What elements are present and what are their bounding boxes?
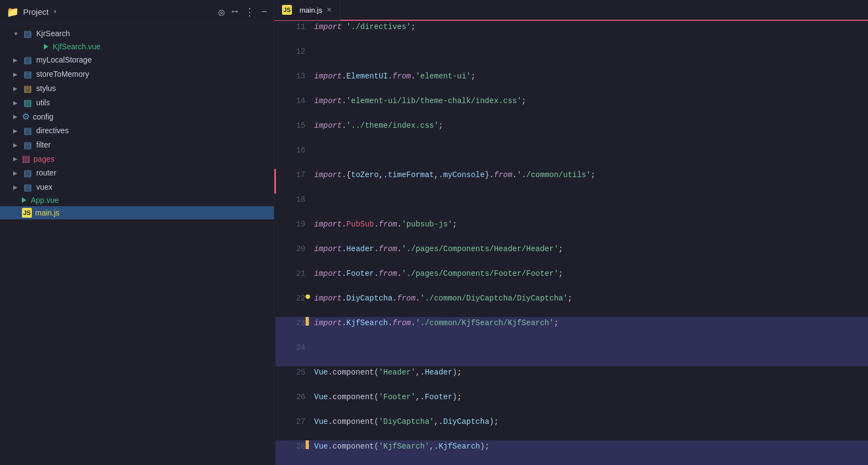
table-row: 20 import.Header.from.'./pages/Component…	[275, 243, 869, 268]
table-row: 25 Vue.component('Header',.Header);	[275, 366, 869, 391]
table-row: 28 Vue.component('KjfSearch',.KjfSearch)…	[275, 440, 869, 465]
sidebar-item-utils[interactable]: ▤ utils	[0, 95, 274, 110]
tab-label: main.js	[300, 6, 322, 14]
keyword: import	[314, 220, 342, 229]
punctuation: .component(	[328, 442, 379, 451]
js-icon: JS	[22, 208, 32, 218]
sidebar-item-storetomemory[interactable]: ▤ storeToMemory	[0, 67, 274, 81]
code-cell	[314, 46, 869, 70]
chevron-down-icon[interactable]: ▾	[53, 8, 57, 16]
gutter	[306, 366, 314, 391]
bookmark-marker-icon	[306, 317, 309, 326]
sidebar-item-kjrsearch[interactable]: ▤ KjrSearch	[0, 26, 274, 41]
sidebar-header: 📁 Project ▾ ◎ ⤢ ⋮ −	[0, 0, 274, 24]
folder-icon: ▤	[22, 125, 33, 136]
string: 'element-ui'	[415, 72, 471, 81]
class-name: Vue	[314, 368, 328, 377]
keyword: from	[397, 294, 416, 303]
string: 'KjfSearch'	[379, 442, 429, 451]
table-row: 23 import.KjfSearch.from.'./common/KjfSe…	[275, 317, 869, 342]
minimize-icon[interactable]: −	[261, 7, 267, 18]
code-cell: import.DiyCaptcha.from.'./common/DiyCapt…	[314, 292, 869, 317]
code-cell: import.ElementUI.from.'element-ui';	[314, 70, 869, 95]
more-icon[interactable]: ⋮	[245, 6, 255, 18]
code-cell: import.KjfSearch.from.'./common/KjfSearc…	[314, 317, 869, 342]
punctuation: ;	[554, 319, 558, 327]
class-name: Footer	[425, 393, 452, 401]
punctuation: }.	[484, 171, 494, 179]
folder-icon: ▤	[22, 139, 33, 150]
sidebar-item-stylus[interactable]: ▤ stylus	[0, 81, 274, 95]
gutter	[306, 95, 314, 120]
punctuation: );	[453, 368, 462, 377]
punctuation: .	[397, 245, 402, 253]
chevron-mylocalstorage	[13, 57, 22, 63]
tab-main-js[interactable]: JS main.js ✕	[274, 0, 340, 20]
sidebar-item-config[interactable]: ⚙ config	[0, 110, 274, 123]
editor-tabs: JS main.js ✕	[274, 0, 868, 21]
punctuation: );	[489, 417, 499, 426]
string: './common/utils'	[517, 171, 590, 179]
gutter	[306, 70, 314, 95]
resize-icon[interactable]: ⤢	[228, 5, 241, 18]
table-row: 14 import.'element-ui/lib/theme-chalk/in…	[275, 95, 869, 120]
sidebar-item-router[interactable]: ▤ router	[0, 166, 274, 180]
line-number: 28	[275, 440, 306, 465]
gutter	[306, 268, 314, 292]
string: './pages/Components/Footer/Footer'	[402, 269, 559, 278]
class-name: Footer	[346, 269, 374, 278]
sidebar-item-label: vuex	[36, 183, 53, 191]
line-number: 26	[275, 391, 306, 416]
string: './common/KjfSearch/KjfSearch'	[415, 319, 554, 327]
class-name: Vue	[314, 417, 328, 426]
keyword: import	[314, 245, 342, 253]
punctuation: .	[512, 171, 517, 179]
gutter	[306, 416, 314, 440]
sidebar-title-group: 📁 Project ▾	[7, 6, 57, 18]
tab-close-button[interactable]: ✕	[326, 6, 332, 14]
table-row: 18	[275, 194, 869, 218]
keyword: import	[314, 72, 342, 81]
code-cell: import.Header.from.'./pages/Components/H…	[314, 243, 869, 268]
keyword: from	[494, 171, 512, 179]
punctuation: ;	[453, 220, 457, 229]
gutter	[306, 342, 314, 366]
code-cell: import.{toZero,.timeFormat,.myConsole}.f…	[314, 169, 869, 194]
class-name: KjfSearch	[346, 319, 388, 327]
keyword: import	[314, 319, 342, 327]
sidebar-item-mylocalstorage[interactable]: ▤ myLocalStorage	[0, 53, 274, 67]
table-row: 26 Vue.component('Footer',.Footer);	[275, 391, 869, 416]
sidebar-item-pages[interactable]: ▤ pages	[0, 152, 274, 166]
code-cell: import './directives';	[314, 21, 869, 46]
gutter	[306, 218, 314, 243]
gutter	[306, 21, 314, 46]
class-name: Header	[425, 368, 452, 377]
keyword: from	[379, 220, 397, 229]
sidebar-item-main-js[interactable]: JS main.js	[0, 206, 274, 219]
chevron-router	[13, 170, 22, 176]
string: 'element-ui/lib/theme-chalk/index.css'	[346, 97, 521, 105]
table-row: 13 import.ElementUI.from.'element-ui';	[275, 70, 869, 95]
punctuation: .{	[342, 171, 351, 179]
keyword: from	[379, 245, 397, 253]
chevron-stylus	[13, 86, 22, 92]
sidebar-item-vuex[interactable]: ▤ vuex	[0, 180, 274, 194]
punctuation: ;	[591, 171, 595, 179]
string: './directives'	[342, 22, 411, 31]
class-name: timeFormat	[388, 171, 434, 179]
sidebar-item-label: router	[36, 168, 57, 177]
keyword: from	[379, 269, 397, 278]
target-icon[interactable]: ◎	[218, 6, 224, 18]
code-cell: import.PubSub.from.'pubsub-js';	[314, 218, 869, 243]
gutter-dot-icon	[306, 294, 310, 299]
punctuation: );	[453, 393, 462, 401]
sidebar-item-kjfsearch-vue[interactable]: KjfSearch.vue	[0, 41, 274, 53]
line-number: 22	[275, 292, 306, 317]
folder-icon: ▤	[22, 28, 33, 39]
table-row: 15 import.'../theme/index.css';	[275, 120, 869, 144]
sidebar-item-app-vue[interactable]: App.vue	[0, 194, 274, 206]
sidebar-item-directives[interactable]: ▤ directives	[0, 123, 274, 138]
sidebar-item-filter[interactable]: ▤ filter	[0, 138, 274, 152]
folder-icon: ▤	[22, 167, 33, 178]
punctuation: .component(	[328, 368, 379, 377]
